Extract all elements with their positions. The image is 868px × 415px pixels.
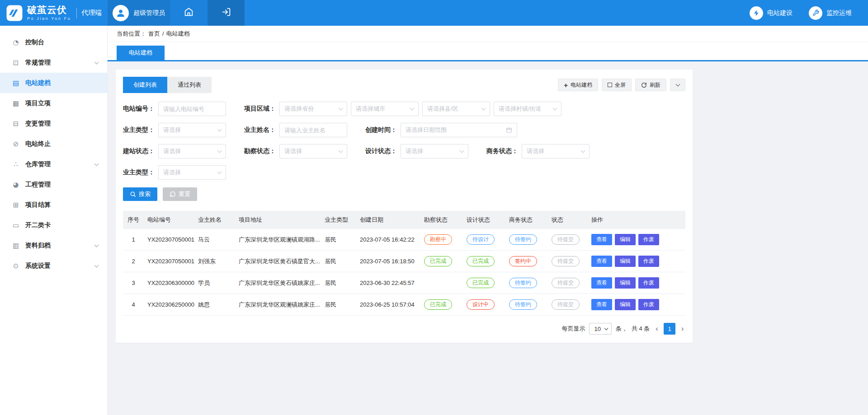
prev-page-button[interactable]: ‹	[654, 325, 660, 333]
breadcrumb-home[interactable]: 首页	[148, 30, 160, 38]
card-header: 创建列表 通过列表 + 电站建档 全屏	[123, 77, 685, 93]
sidebar-item-warehouse-mgmt[interactable]: ∴仓库管理	[0, 154, 107, 174]
create-station-button[interactable]: + 电站建档	[558, 79, 598, 91]
total-count: 共 4 条	[632, 325, 650, 333]
search-button[interactable]: 搜索	[123, 187, 157, 201]
sidebar-item-project-settlement[interactable]: ⊞项目结算	[0, 195, 107, 215]
gear-icon: ⊙	[11, 262, 20, 270]
search-icon	[130, 191, 136, 197]
view-button[interactable]: 查看	[591, 277, 612, 289]
city-select[interactable]: 请选择城市	[351, 102, 419, 116]
nav-monitor-ops[interactable]: 监控运维	[809, 0, 852, 26]
page-tab-station-file[interactable]: 电站建档	[117, 46, 165, 60]
cell-status: 待提交	[548, 272, 588, 294]
sidebar-item-class2-card[interactable]: ▭开二类卡	[0, 215, 107, 235]
view-button[interactable]: 查看	[591, 299, 612, 310]
edit-button[interactable]: 编辑	[615, 299, 636, 310]
chevron-down-icon	[217, 127, 222, 132]
void-button[interactable]: 作废	[638, 256, 659, 267]
reset-button[interactable]: 重置	[163, 187, 197, 201]
station-code-input[interactable]	[158, 102, 226, 116]
sidebar-item-label: 开二类卡	[25, 221, 51, 229]
col-header-owner-type: 业主类型	[321, 211, 356, 229]
cell-index: 1	[123, 229, 144, 251]
owner-type-2-select[interactable]: 请选择	[158, 165, 226, 180]
sidebar-item-label: 系统设置	[25, 262, 51, 270]
owner-name-input[interactable]	[279, 123, 347, 137]
next-page-button[interactable]: ›	[679, 325, 685, 333]
owner-type-select[interactable]: 请选择	[158, 123, 226, 137]
cell-survey-status	[420, 272, 463, 294]
col-header-design-status: 设计状态	[463, 211, 505, 229]
sidebar-item-console[interactable]: ◔控制台	[0, 32, 107, 52]
build-status-select[interactable]: 请选择	[158, 144, 226, 159]
sidebar-item-engineering-mgmt[interactable]: ◕工程管理	[0, 174, 107, 195]
sidebar-item-label: 仓库管理	[25, 160, 51, 168]
chevron-down-icon	[339, 149, 343, 153]
wrench-icon	[809, 6, 822, 20]
cell-survey-status: 勘察中	[420, 229, 463, 251]
view-button[interactable]: 查看	[591, 234, 612, 245]
sitemap-icon: ∴	[11, 160, 20, 168]
fullscreen-button[interactable]: 全屏	[602, 79, 632, 91]
cell-owner-type: 居民	[321, 272, 356, 294]
tab-create-list[interactable]: 创建列表	[123, 77, 167, 93]
status-badge: 待设计	[467, 234, 495, 245]
design-status-select[interactable]: 请选择	[401, 144, 468, 159]
cell-index: 3	[123, 272, 144, 294]
edit-button[interactable]: 编辑	[615, 277, 636, 289]
province-select[interactable]: 请选择省份	[279, 102, 347, 116]
pie-icon: ◕	[11, 181, 20, 189]
sidebar-item-general-mgmt[interactable]: ⊡常规管理	[0, 52, 107, 73]
sidebar-menu: ◔控制台⊡常规管理▤电站建档▦项目立项⊟变更管理⊘电站终止∴仓库管理◕工程管理⊞…	[0, 32, 107, 276]
brand-subtitle: Po Jian Yun Fu	[27, 16, 71, 21]
void-button[interactable]: 作废	[638, 299, 659, 310]
page-tab-bar: 电站建档	[108, 42, 868, 61]
status-badge: 已完成	[467, 256, 495, 266]
filter-form: 电站编号：项目区域：请选择省份请选择城市请选择县/区请选择村镇/街道业主类型：请…	[123, 102, 685, 180]
date-range-input[interactable]: 请选择日期范围	[401, 123, 517, 137]
county-select[interactable]: 请选择县/区	[422, 102, 490, 116]
home-button[interactable]	[170, 0, 208, 26]
refresh-button[interactable]: 刷新	[635, 79, 666, 91]
sidebar-item-station-terminate[interactable]: ⊘电站终止	[0, 134, 107, 154]
logout-button[interactable]	[208, 0, 245, 26]
cell-created-date: 2023-06-25 10:57:04	[356, 294, 420, 316]
breadcrumb-prefix: 当前位置：	[117, 30, 146, 38]
sidebar-item-data-archive[interactable]: ▥资料归档	[0, 235, 107, 256]
chevron-down-icon	[481, 106, 486, 111]
archive-icon: ▥	[11, 242, 20, 250]
void-button[interactable]: 作废	[638, 234, 659, 245]
table-row: 4YX2023062500004姚思广东深圳龙华区观澜镇姚家庄...居民2023…	[123, 294, 685, 316]
dashboard-icon: ◔	[11, 38, 20, 47]
cell-code: YX2023063000009	[144, 272, 194, 294]
edit-button[interactable]: 编辑	[615, 234, 636, 245]
sidebar-item-station-file[interactable]: ▤电站建档	[0, 73, 107, 93]
view-button[interactable]: 查看	[591, 256, 612, 267]
col-header-status: 状态	[548, 211, 588, 229]
breadcrumb-current: 电站建档	[166, 30, 190, 38]
user-menu[interactable]: 超级管理员	[108, 0, 170, 26]
header-spacer	[245, 0, 750, 26]
business-status-select[interactable]: 请选择	[522, 144, 590, 159]
sidebar-item-change-mgmt[interactable]: ⊟变更管理	[0, 113, 107, 134]
cell-index: 2	[123, 251, 144, 272]
brand-logo-icon	[6, 5, 23, 22]
tab-passed-list[interactable]: 通过列表	[167, 77, 212, 93]
user-icon	[116, 8, 126, 18]
page-1-button[interactable]: 1	[664, 323, 675, 335]
per-page-select[interactable]: 10	[589, 323, 611, 335]
table-body: 1YX2023070500011马云广东深圳龙华区观澜镇观湖路...居民2023…	[123, 229, 685, 316]
edit-button[interactable]: 编辑	[615, 256, 636, 267]
sidebar-item-system-settings[interactable]: ⊙系统设置	[0, 256, 107, 276]
sidebar-item-label: 变更管理	[25, 120, 51, 128]
collapse-button[interactable]	[670, 79, 685, 91]
cell-design-status: 设计中	[463, 294, 505, 316]
plus-icon: +	[564, 82, 568, 89]
stop-icon: ⊘	[11, 140, 20, 148]
sidebar-item-project-initiation[interactable]: ▦项目立项	[0, 93, 107, 113]
void-button[interactable]: 作废	[638, 277, 659, 289]
survey-status-select[interactable]: 请选择	[279, 144, 347, 159]
village-select[interactable]: 请选择村镇/街道	[494, 102, 561, 116]
nav-station-build[interactable]: 电站建设	[750, 0, 793, 26]
